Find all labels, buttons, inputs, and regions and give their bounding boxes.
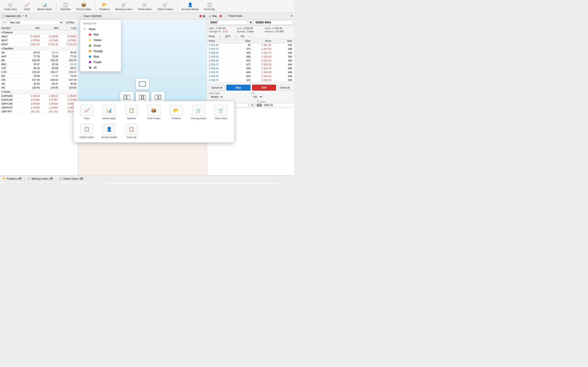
toolbar-event-log[interactable]: 📋 Event log: [202, 1, 217, 11]
toolbar-market-depth[interactable]: 📊 Market depth: [35, 1, 54, 11]
tab-orders-history[interactable]: 📋 Orders history 0: [56, 175, 86, 182]
table-row[interactable]: ESH7 2 261.50 2 261.25 2 261.00: [0, 42, 78, 46]
cancel-all-button[interactable]: Cancel all: [209, 85, 225, 91]
table-row[interactable]: BAC 22.57 22.55 22.55: [0, 62, 78, 66]
market-depth-panel-icon: 📊: [208, 15, 212, 17]
widget-orders-history[interactable]: 📋 Orders history: [78, 124, 96, 139]
widget-working-orders[interactable]: 🛒 Working orders: [189, 105, 208, 120]
widget-chart-icon: 📈: [80, 105, 93, 116]
close-all-button[interactable]: Close all: [277, 85, 292, 91]
equities-section-header[interactable]: Equities: [0, 46, 78, 51]
close-negative-button[interactable]: Close negative: [18, 183, 40, 184]
table-row[interactable]: GBP/JPY 141.181 141.161 141.170: [0, 110, 78, 114]
table-row[interactable]: EUR/USD 1.07392 1.07387 1.07390: [0, 98, 78, 102]
table-row[interactable]: GBP/CHF 1.24395 1.24363 1.24370: [0, 106, 78, 110]
futures-section-header[interactable]: Futures: [0, 30, 78, 35]
table-row[interactable]: 6EH7 1.07655 1.07645 1.07650: [0, 39, 78, 42]
toolbar-order-entry[interactable]: 🛒 Order entry: [2, 1, 19, 11]
close-all-positions-button[interactable]: Close all: [2, 183, 17, 184]
tab-positions[interactable]: 📂 Positions 6: [0, 175, 25, 182]
widget-market-depth-label: Market depth: [103, 117, 116, 120]
reverse-selected-button[interactable]: Reverse selected: [86, 183, 111, 184]
widget-event-log[interactable]: 📋 Event log: [122, 124, 141, 139]
toolbar-watchlist[interactable]: 📋 Watchlist: [58, 1, 73, 11]
table-row[interactable]: HD 136.40 134.85 134.85: [0, 86, 78, 90]
widget-account-details[interactable]: 👤 Account details: [100, 124, 118, 139]
layout-single[interactable]: [136, 78, 149, 90]
dropdown-item-green[interactable]: Green: [80, 43, 121, 48]
price-qty-pl-row: Price: --- QTY: --- P/L: ---: [207, 34, 294, 39]
symbol-dropdown-icon[interactable]: ▼: [250, 21, 252, 24]
watchlist-close[interactable]: ✕: [25, 14, 27, 18]
table-row[interactable]: CVX 115.62 115.17 115.17: [0, 70, 78, 74]
table-row[interactable]: GE 30.53 30.47 30.50: [0, 82, 78, 86]
account-input[interactable]: [254, 20, 293, 25]
dropdown-item-yellow[interactable]: Yellow: [80, 37, 121, 43]
table-row[interactable]: 6AH7 0.75640 0.75630 0.75635: [0, 35, 78, 39]
toolbar-time-sales[interactable]: 📦 Time & Sales: [74, 1, 93, 11]
price-row[interactable]: 2 260.00 612 2 262.25 380: [207, 59, 294, 63]
filter-button[interactable]: ⊟ Filter: [64, 20, 77, 25]
table-row[interactable]: BA 159.50 158.25 159.70: [0, 58, 78, 62]
tp-input[interactable]: [262, 103, 294, 107]
table-row[interactable]: GBP/CAD 1.65546 1.65520 1.65530: [0, 102, 78, 106]
widget-filled-orders[interactable]: 🛒 Filled orders: [212, 105, 230, 120]
add-list-button[interactable]: +: [1, 20, 7, 25]
tp-badge: TP: [257, 104, 262, 107]
tif-select[interactable]: IOC: [251, 94, 263, 99]
price-row[interactable]: 2 261.00 35 2 261.25 343: [207, 43, 294, 47]
orders-history-tab-count: 0: [80, 177, 83, 180]
positions-tab-count: 6: [18, 177, 22, 180]
price-label: Price:: [209, 35, 215, 38]
price-row[interactable]: 2 260.25 480 2 262.00 380: [207, 55, 294, 59]
dropdown-item-none[interactable]: ✓ None: [80, 26, 121, 32]
price-row[interactable]: 2 259.25 663 2 263.00 548: [207, 70, 294, 74]
tab-spacer: [86, 175, 294, 182]
dropdown-item-all[interactable]: All: [80, 65, 121, 70]
dropdown-item-orange[interactable]: Orange: [80, 48, 121, 54]
forex-section-header[interactable]: Forex: [0, 90, 78, 94]
widget-chart[interactable]: 📈 Chart: [78, 105, 96, 120]
positions-filter-button[interactable]: ⊟ Filter: [279, 183, 292, 184]
order-type-select[interactable]: Market: [209, 94, 224, 99]
list-selector[interactable]: New list1: [8, 20, 63, 25]
toolbar-chart[interactable]: 📈 Chart: [20, 1, 34, 11]
toolbar-working-orders[interactable]: 🛒 Working orders: [113, 1, 135, 11]
toolbar-chart-label: Chart: [24, 8, 30, 10]
sell-button[interactable]: Sell: [252, 85, 276, 91]
price-row[interactable]: 2 258.75 523 2 263.50 566: [207, 78, 294, 82]
watchlist-panel-controls: ↗ ✕: [22, 14, 27, 18]
market-depth-close[interactable]: ✕: [291, 15, 293, 17]
symbol-input[interactable]: [209, 20, 248, 25]
price-row[interactable]: 2 260.50 442 2 261.75 340: [207, 51, 294, 55]
table-row[interactable]: CAT 95.20 93.88 94.57: [0, 66, 78, 70]
price-row[interactable]: 2 260.75 374 2 261.50 308: [207, 47, 294, 51]
toolbar-time-sales-label: Time & Sales: [76, 8, 91, 10]
dropdown-item-blue[interactable]: Blue: [80, 54, 121, 59]
toolbar-positions[interactable]: 📂 Positions: [97, 1, 112, 11]
sl-x-button[interactable]: ✕: [249, 103, 255, 107]
price-row[interactable]: 2 259.75 527 2 262.50 494: [207, 63, 294, 67]
table-row[interactable]: AA 35.92 35.19 35.92: [0, 51, 78, 55]
toolbar-filled-orders[interactable]: 🛒 Filled orders: [136, 1, 154, 11]
dropdown-item-purple[interactable]: Purple: [80, 59, 121, 65]
table-row[interactable]: AXP 77.33 75.05 77.33: [0, 55, 78, 58]
buy-button[interactable]: Buy: [226, 85, 250, 91]
widget-watchlist[interactable]: 📋 Watchlist: [122, 105, 141, 120]
toolbar-account-details[interactable]: 👤 Account details: [179, 1, 201, 11]
widget-market-depth[interactable]: 📊 Market depth: [100, 105, 118, 120]
chart-grid-icon[interactable]: ⊞: [203, 14, 205, 18]
price-row[interactable]: 2 259.50 556 2 262.75 466: [207, 67, 294, 70]
toolbar-orders-history[interactable]: 🛒 Orders history: [155, 1, 175, 11]
watchlist-ext-link[interactable]: ↗: [22, 15, 24, 17]
table-row[interactable]: DIS 107.45 106.62 107.66: [0, 78, 78, 82]
tab-working-orders[interactable]: 🛒 Working orders 1: [25, 175, 56, 182]
table-row[interactable]: DD 73.80 71.86 73.03: [0, 74, 78, 78]
dropdown-item-red[interactable]: Red: [80, 32, 121, 37]
close-positive-button[interactable]: Close positive: [41, 183, 62, 184]
widget-positions[interactable]: 📂 Positions: [167, 105, 186, 120]
close-selected-button[interactable]: Close selected: [63, 183, 85, 184]
table-row[interactable]: EUR/NZD 1.49142 1.49112 1.49130: [0, 94, 78, 98]
price-row[interactable]: 2 259.00 554 2 263.25 548: [207, 74, 294, 78]
widget-time-sales[interactable]: 📦 Time & Sales: [145, 105, 163, 120]
